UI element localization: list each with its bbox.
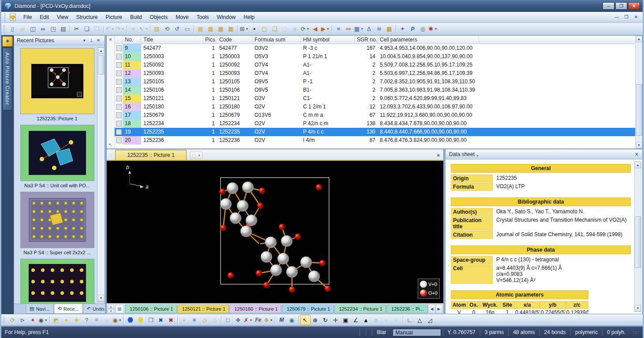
scrollbar-thumb[interactable] [98,55,104,74]
table-collapse-icon[interactable]: ↖ [109,142,112,147]
chevron-down-icon[interactable]: ▼ [198,154,201,157]
auto-picture-creator-icon[interactable]: ✦ [2,36,13,47]
auto-picture-creator-icon[interactable]: ⟳ [8,315,18,325]
table-row-1252236[interactable]: 20125223611252236O2VI 4/m878.476,8.476,3… [115,136,642,145]
table-row-1250003[interactable]: 10125000311250003O5V3P 1 21/n 11410.004,… [115,52,642,61]
document-menu-icon[interactable] [9,13,17,21]
mdi-restore-button[interactable]: ❐ [622,14,631,21]
tabs-scroll-left-icon[interactable]: ◀ [428,305,435,313]
bond-icon[interactable]: ∘ [180,315,189,325]
cell-edges-icon[interactable]: ⌗ [92,315,102,325]
undo-pane-icon[interactable]: ↺ [172,24,182,34]
table-row-1250180[interactable]: 16125018011250180O2VC 1 2/m 11212.093,3.… [115,103,642,111]
find-icon[interactable]: ∞ [38,24,48,34]
molecule-m-icon[interactable]: M [277,315,287,325]
tab-scroll-spinner[interactable]: ▲▼ [108,305,114,313]
new-picture-icon[interactable]: ▢ [260,24,270,34]
grid-view-icon[interactable]: ⊞▼ [240,24,249,34]
maximize-button[interactable]: ❐ [615,2,627,10]
creation-assistant-icon[interactable]: ⊳ [18,315,28,325]
table-row-1250679[interactable]: 17125067911250679O13V6C m m a6711.922,19… [115,111,642,119]
menu-view[interactable]: View [53,13,72,22]
menu-objects[interactable]: Objects [146,13,172,22]
thumbnail-picture[interactable] [20,48,94,114]
select-pointer-icon[interactable]: ↖ [300,315,310,325]
data-table-icon[interactable]: ▦ [385,24,394,34]
thumbnail-picture[interactable] [20,192,94,248]
axes-icon[interactable]: ❖ [233,315,243,325]
cut-icon[interactable]: ✂ [72,24,82,34]
scroll-down-icon[interactable]: ▼ [635,305,641,312]
new-document-icon[interactable]: ▯ [8,24,18,34]
tab-grid-icon[interactable]: ⊞ [115,305,124,313]
distances-plot-icon[interactable]: ∆ [364,24,374,34]
column-header-pics[interactable]: Pics [203,36,217,44]
picture-tab-1250679[interactable]: 1250679 :: Picture 1 [282,305,334,313]
measure-distance-icon[interactable]: ∟ [405,315,415,325]
unit-cell-box-icon[interactable]: □ [223,315,233,325]
new-picture-button[interactable]: ▢ ▼ [190,152,202,159]
table-export-icon[interactable]: ▦ [226,24,236,34]
copy-icon[interactable]: ❏ [82,24,92,34]
print-icon[interactable]: ▤ [59,24,68,34]
table-scrollbar[interactable]: ▲ ▼ [635,36,642,149]
menu-edit[interactable]: Edit [36,13,53,22]
tools-assistant-icon[interactable]: ✦ [28,315,38,325]
tab-overflow-icon[interactable]: » [433,152,443,160]
add-atom-icon[interactable]: ✚ [72,315,82,325]
camera-icon[interactable]: ◎ [418,24,428,34]
table-import-icon[interactable]: ▦ [216,24,226,34]
panel-tab-rece[interactable]: ⟲Rece... [54,304,83,314]
tilt-mode-icon[interactable]: ▲ [361,315,371,325]
table-row-1250121[interactable]: 15125012111250121O2VC1-29.060,5.772,4.52… [115,94,642,103]
toolbar-grip[interactable] [4,25,6,33]
picture-tab-1250106[interactable]: 1250106 :: Picture 1 [125,305,177,313]
picture-tab-1250121[interactable]: 1250121 :: Picture 1 [177,305,229,313]
destroy-icon[interactable]: ✗▼ [243,315,253,325]
status-mode-field[interactable]: Manual [393,329,441,336]
thumbnail-picture[interactable] [20,259,94,304]
rotate-xyz-icon[interactable]: ⊕ [311,315,320,325]
table-row-1250106[interactable]: 14125010611250106O9V5B1-27.005,8.363,10.… [115,86,642,94]
structure-canvas[interactable]: b a [107,161,443,303]
menu-build[interactable]: Build [126,13,146,22]
table-edit-icon[interactable]: ▦ [206,24,216,34]
table-row-542477[interactable]: 95424771542477O3V2R -3 c1674.953,4.953,1… [115,44,642,52]
resize-grip-icon[interactable]: ∷∷ [633,330,639,335]
polyhedra-icon[interactable]: ❒ [146,315,156,325]
picture-tab-1252234[interactable]: 1252234 :: Picture 1 [334,305,386,313]
table-row-1250093[interactable]: 12125009311250093O7V4A1-25.503,6.997,12.… [115,69,642,78]
menu-move[interactable]: Move [172,13,192,22]
menu-file[interactable]: File [19,13,36,22]
table-row-1252235[interactable]: 19125223511252235O2VP 4/n c c1308.440,8.… [115,128,642,136]
column-header-cell[interactable]: Cell parameters [378,36,479,44]
column-header-no[interactable]: No. [123,36,141,44]
toolbar-grip[interactable] [4,316,6,324]
tab-picture-1252235[interactable]: 1252235 :: Picture 1 [115,150,186,160]
bond-style-icon[interactable]: ◇ [200,315,210,325]
previous-picture-icon[interactable]: ◀ [311,24,320,34]
picture-tab-1252236[interactable]: 1252236 :: Pi... [386,305,428,313]
column-header-sgr[interactable]: SGR no. [355,36,378,44]
scroll-up-icon[interactable]: ▲ [98,48,104,54]
coordination-icon[interactable]: ✳ [190,315,199,325]
angle-mode-icon[interactable]: ∠ [351,315,361,325]
scroll-up-icon[interactable]: ▲ [636,36,642,42]
table-row-1250105[interactable]: 13125010511250105O9V5P -127.002,8.352,10… [115,78,642,86]
resize-mode-icon[interactable]: ▣ [341,315,351,325]
thumbnail-picture[interactable] [20,125,94,181]
auto-picture-creator-tab[interactable]: Auto Picture Creator [3,48,12,110]
navigation-pane-icon[interactable]: ▤ [152,24,162,34]
polygon-yellow-icon[interactable] [136,315,146,325]
scrollbar-thumb[interactable] [636,84,642,136]
table-new-icon[interactable]: ▦ [196,24,206,34]
minimize-button[interactable]: – [603,2,614,10]
assistant-wizard-icon[interactable]: ✦ [398,24,408,34]
panel-tab-navi[interactable]: ▤Navi... [26,304,54,314]
recent-pictures-pane-icon[interactable]: ⟲ [162,24,172,34]
p-label-icon[interactable]: P [408,24,418,34]
open-folder-icon[interactable]: ▱ [18,24,28,34]
datasheet-pane-icon[interactable]: ▭ [183,24,192,34]
fill-cell-icon[interactable]: ❖▼ [264,315,273,325]
document-list-icon[interactable]: ≡ [334,24,344,34]
